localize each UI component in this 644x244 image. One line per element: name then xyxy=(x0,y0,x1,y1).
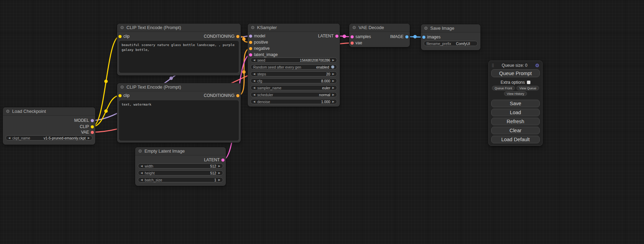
refresh-button[interactable]: Refresh xyxy=(491,118,540,125)
drag-handle-icon[interactable]: ⣿ xyxy=(492,64,494,67)
increment-arrow-icon[interactable]: ▶ xyxy=(88,137,90,139)
decrement-arrow-icon[interactable]: ◀ xyxy=(8,137,10,139)
node-vae-decode[interactable]: VAE Decode samples vae IMAGE xyxy=(349,24,410,47)
widget-denoise[interactable]: ◀ denoise 1.000 ▶ xyxy=(250,99,337,104)
node-load-checkpoint[interactable]: Load Checkpoint MODEL CLIP VAE ◀ ckpt_na… xyxy=(3,107,95,145)
widget-seed[interactable]: ◀ seed 156680208700286 ▶ xyxy=(250,57,337,63)
input-dot-samples[interactable] xyxy=(351,35,354,38)
input-dot-positive[interactable] xyxy=(249,41,252,44)
extra-options-checkbox[interactable] xyxy=(527,81,530,84)
wire-midpoint-dot[interactable] xyxy=(413,35,417,38)
decrement-arrow-icon[interactable]: ◀ xyxy=(253,93,255,96)
load-default-button[interactable]: Load Default xyxy=(491,136,540,143)
widget-random-seed-toggle[interactable]: Random seed after every gen enabled xyxy=(250,64,337,70)
wire-midpoint-dot[interactable] xyxy=(104,109,108,113)
widget-sampler-name[interactable]: ◀ sampler_name euler ▶ xyxy=(250,85,337,90)
output-dot-clip[interactable] xyxy=(91,125,94,128)
output-dot-conditioning[interactable] xyxy=(236,94,239,97)
output-dot-latent[interactable] xyxy=(221,159,224,162)
increment-arrow-icon[interactable]: ▶ xyxy=(218,179,220,181)
node-collapse-dot[interactable] xyxy=(251,26,254,29)
widget-width[interactable]: ◀ width 512 ▶ xyxy=(138,163,223,169)
node-title-bar[interactable]: Load Checkpoint xyxy=(3,107,95,116)
input-dot-images[interactable] xyxy=(422,36,425,39)
decrement-arrow-icon[interactable]: ◀ xyxy=(253,80,255,82)
output-dot-model[interactable] xyxy=(91,119,94,122)
decrement-arrow-icon[interactable]: ◀ xyxy=(253,100,255,103)
node-graph-canvas[interactable]: Load Checkpoint MODEL CLIP VAE ◀ ckpt_na… xyxy=(0,0,644,244)
increment-arrow-icon[interactable]: ▶ xyxy=(332,73,334,75)
queue-panel-header[interactable]: ⣿ Queue size: 0 ⚙ xyxy=(492,63,539,68)
node-empty-latent-image[interactable]: Empty Latent Image LATENT ◀ width 512 ▶ … xyxy=(135,147,226,186)
increment-arrow-icon[interactable]: ▶ xyxy=(332,80,334,82)
decrement-arrow-icon[interactable]: ◀ xyxy=(141,165,143,168)
node-title-bar[interactable]: KSampler xyxy=(248,24,340,32)
node-collapse-dot[interactable] xyxy=(353,26,356,29)
node-save-image[interactable]: Save Image images filename_prefix ComfyU… xyxy=(421,24,480,50)
output-dot-image[interactable] xyxy=(405,35,408,38)
view-queue-button[interactable]: View Queue xyxy=(517,86,539,90)
increment-arrow-icon[interactable]: ▶ xyxy=(332,93,334,96)
node-collapse-dot[interactable] xyxy=(121,26,124,29)
node-collapse-dot[interactable] xyxy=(121,85,124,89)
widget-ckpt-name[interactable]: ◀ ckpt_name v1-5-pruned-emaonly.ckpt ▶ xyxy=(6,135,92,141)
wire-midpoint-dot[interactable] xyxy=(343,35,346,38)
input-slot-vae: vae xyxy=(351,40,362,46)
save-button[interactable]: Save xyxy=(491,100,540,107)
queue-front-button[interactable]: Queue Front xyxy=(492,86,515,90)
output-label: CONDITIONING xyxy=(204,34,235,39)
increment-arrow-icon[interactable]: ▶ xyxy=(218,165,220,168)
output-dot-vae[interactable] xyxy=(91,131,94,134)
node-title: Empty Latent Image xyxy=(144,148,185,154)
input-dot-latent-image[interactable] xyxy=(249,53,252,56)
wire-midpoint-dot[interactable] xyxy=(104,80,108,83)
decrement-arrow-icon[interactable]: ◀ xyxy=(253,73,255,75)
widget-filename-prefix[interactable]: filename_prefix ComfyUI xyxy=(424,41,478,46)
wire-midpoint-dot[interactable] xyxy=(242,70,246,74)
input-dot-negative[interactable] xyxy=(249,47,252,50)
widget-value: 1.000 xyxy=(321,100,330,104)
increment-arrow-icon[interactable]: ▶ xyxy=(332,59,334,62)
widget-height[interactable]: ◀ height 512 ▶ xyxy=(138,170,223,175)
input-dot-clip[interactable] xyxy=(118,35,122,38)
decrement-arrow-icon[interactable]: ◀ xyxy=(253,87,255,89)
node-ksampler[interactable]: KSampler model positive negative latent_… xyxy=(248,24,340,107)
decrement-arrow-icon[interactable]: ◀ xyxy=(141,179,143,181)
increment-arrow-icon[interactable]: ▶ xyxy=(332,87,334,89)
input-dot-vae[interactable] xyxy=(351,42,354,45)
decrement-arrow-icon[interactable]: ◀ xyxy=(141,172,143,174)
widget-value: 156680208700286 xyxy=(300,58,330,62)
node-collapse-dot[interactable] xyxy=(6,110,9,113)
prompt-textarea[interactable]: beautiful scenery nature glass bottle la… xyxy=(119,41,239,73)
decrement-arrow-icon[interactable]: ◀ xyxy=(253,59,255,62)
wire-midpoint-dot[interactable] xyxy=(169,76,173,80)
output-dot-conditioning[interactable] xyxy=(236,35,239,38)
widget-cfg[interactable]: ◀ cfg 8.000 ▶ xyxy=(250,78,337,83)
node-collapse-dot[interactable] xyxy=(139,150,142,153)
input-dot-clip[interactable] xyxy=(118,94,122,97)
clear-button[interactable]: Clear xyxy=(491,127,540,134)
node-title-bar[interactable]: VAE Decode xyxy=(349,24,410,32)
queue-prompt-button[interactable]: Queue Prompt xyxy=(491,69,540,77)
node-clip-text-encode-negative[interactable]: CLIP Text Encode (Prompt) clip CONDITION… xyxy=(117,83,241,143)
node-title-bar[interactable]: CLIP Text Encode (Prompt) xyxy=(117,24,241,32)
node-title-bar[interactable]: CLIP Text Encode (Prompt) xyxy=(117,83,241,91)
node-title-bar[interactable]: Save Image xyxy=(421,24,480,33)
widget-batch-size[interactable]: ◀ batch_size 1 ▶ xyxy=(138,177,223,182)
increment-arrow-icon[interactable]: ▶ xyxy=(218,172,220,174)
node-clip-text-encode-positive[interactable]: CLIP Text Encode (Prompt) clip CONDITION… xyxy=(117,24,241,75)
load-button[interactable]: Load xyxy=(491,109,540,116)
toggle-knob[interactable] xyxy=(331,65,334,69)
increment-arrow-icon[interactable]: ▶ xyxy=(332,100,334,103)
output-dot-latent[interactable] xyxy=(335,35,338,38)
node-title-bar[interactable]: Empty Latent Image xyxy=(135,147,226,155)
prompt-textarea[interactable]: text, watermark xyxy=(119,100,239,141)
widget-scheduler[interactable]: ◀ scheduler normal ▶ xyxy=(250,92,337,97)
input-dot-model[interactable] xyxy=(249,35,252,38)
widget-value: 1 xyxy=(214,178,216,182)
widget-steps[interactable]: ◀ steps 20 ▶ xyxy=(250,71,337,76)
node-collapse-dot[interactable] xyxy=(424,27,427,30)
wire-midpoint-dot[interactable] xyxy=(242,37,246,41)
view-history-button[interactable]: View History xyxy=(504,91,527,96)
settings-gear-icon[interactable]: ⚙ xyxy=(535,63,539,68)
